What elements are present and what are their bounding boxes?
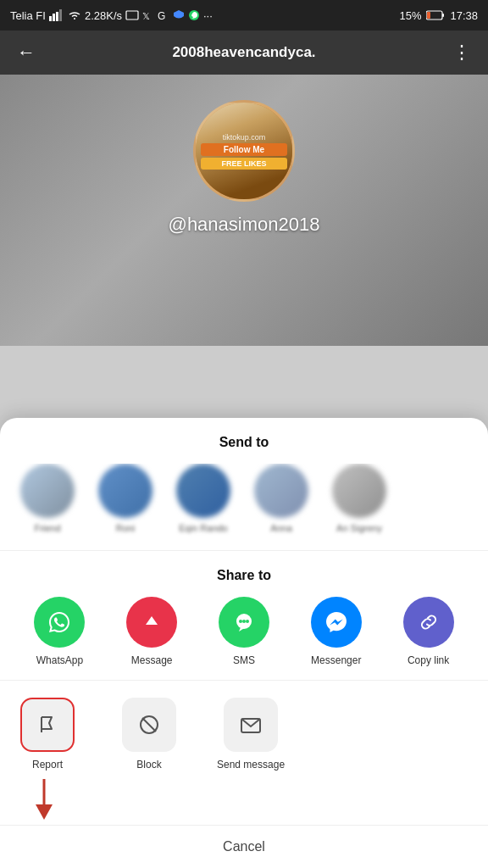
svg-rect-3 bbox=[59, 9, 62, 21]
whatsapp-label: WhatsApp bbox=[36, 654, 83, 666]
time-label: 17:38 bbox=[450, 9, 478, 22]
contact-name-1: Friend bbox=[34, 523, 60, 533]
svg-point-14 bbox=[242, 620, 246, 623]
share-item-sms[interactable]: SMS bbox=[214, 597, 274, 666]
messenger-icon bbox=[323, 609, 350, 636]
copylink-label: Copy link bbox=[408, 654, 449, 666]
message-label: Message bbox=[131, 654, 173, 666]
twitter-icon: 𝕏 bbox=[142, 10, 154, 20]
action-item-report[interactable]: Report bbox=[14, 698, 81, 771]
block-icon bbox=[136, 712, 162, 737]
speed-label: 2.28K/s bbox=[85, 9, 122, 22]
whatsapp-icon bbox=[46, 609, 73, 636]
svg-rect-10 bbox=[442, 14, 444, 17]
message-icon bbox=[139, 609, 164, 635]
status-bar: Telia FI 2.28K/s 𝕏 G ··· bbox=[0, 0, 488, 31]
app-bar-title: 2008heavencandyca. bbox=[172, 44, 315, 61]
battery-label: 15% bbox=[399, 9, 421, 22]
contact-item[interactable]: Eqin Rando bbox=[169, 464, 237, 533]
send-to-title: Send to bbox=[0, 435, 488, 450]
svg-point-15 bbox=[246, 620, 249, 623]
shield-icon bbox=[173, 9, 185, 21]
contact-name-3: Eqin Rando bbox=[179, 523, 228, 533]
screen-icon bbox=[125, 10, 139, 20]
contact-avatar-3 bbox=[176, 464, 230, 518]
send-to-section: Send to Friend Roni Eqin Rando Anna An S… bbox=[0, 435, 488, 550]
actions-row: Report Block Send message bbox=[0, 684, 488, 784]
contacts-row: Friend Roni Eqin Rando Anna An Sigreny bbox=[0, 464, 488, 550]
avatar-mid-text: Follow Me bbox=[201, 143, 288, 156]
contact-avatar-1 bbox=[20, 464, 75, 518]
avatar-bot-text: FREE LIKES bbox=[201, 158, 288, 170]
report-label: Report bbox=[32, 759, 63, 771]
block-icon-circle bbox=[122, 698, 176, 752]
mail-icon bbox=[238, 712, 263, 737]
messenger-icon-circle bbox=[311, 597, 362, 648]
username-label: @hanasimon2018 bbox=[169, 214, 320, 236]
wifi-icon bbox=[68, 10, 81, 20]
svg-line-18 bbox=[142, 718, 156, 732]
whatsapp-icon-circle bbox=[34, 597, 85, 648]
app-bar: ← 2008heavencandyca. ⋮ bbox=[0, 31, 488, 75]
divider-2 bbox=[0, 680, 488, 681]
avatar: tiktokup.com Follow Me FREE LIKES bbox=[193, 100, 295, 202]
status-right: 15% 17:38 bbox=[399, 9, 478, 22]
contact-item[interactable]: Friend bbox=[14, 464, 81, 533]
message-icon-circle bbox=[126, 597, 177, 648]
svg-rect-9 bbox=[427, 12, 430, 19]
report-icon-circle bbox=[20, 698, 75, 752]
svg-point-13 bbox=[239, 620, 242, 623]
avatar-top-text: tiktokup.com bbox=[223, 133, 266, 142]
share-item-message[interactable]: Message bbox=[122, 597, 181, 666]
sms-label: SMS bbox=[233, 654, 255, 666]
svg-marker-16 bbox=[239, 627, 246, 632]
menu-button[interactable]: ⋮ bbox=[449, 38, 474, 67]
svg-rect-2 bbox=[56, 12, 58, 21]
svg-text:𝕏: 𝕏 bbox=[142, 11, 150, 20]
messenger-label: Messenger bbox=[311, 654, 361, 666]
sms-icon bbox=[230, 609, 258, 636]
cancel-button[interactable]: Cancel bbox=[223, 839, 265, 854]
contact-avatar-2 bbox=[98, 464, 152, 518]
contact-avatar-5 bbox=[332, 464, 386, 518]
contact-avatar-4 bbox=[254, 464, 308, 518]
copylink-icon-circle bbox=[403, 597, 454, 648]
svg-rect-0 bbox=[49, 16, 52, 21]
bottom-sheet: Send to Friend Roni Eqin Rando Anna An S… bbox=[0, 418, 488, 868]
share-to-title: Share to bbox=[14, 568, 474, 583]
contact-name-5: An Sigreny bbox=[336, 523, 382, 533]
share-item-whatsapp[interactable]: WhatsApp bbox=[30, 597, 89, 666]
dots-label: ··· bbox=[203, 9, 213, 22]
sendmessage-icon-circle bbox=[224, 698, 278, 752]
contact-item[interactable]: Roni bbox=[92, 464, 159, 533]
share-row: WhatsApp Message bbox=[14, 597, 474, 666]
battery-icon bbox=[426, 10, 445, 20]
contact-name-4: Anna bbox=[270, 523, 292, 533]
signal-icon bbox=[49, 9, 64, 21]
share-to-section: Share to WhatsApp Message bbox=[0, 551, 488, 680]
action-item-block[interactable]: Block bbox=[115, 698, 183, 771]
carrier-label: Telia FI bbox=[10, 9, 46, 22]
contact-item[interactable]: An Sigreny bbox=[325, 464, 393, 533]
flag-icon bbox=[35, 712, 60, 737]
svg-rect-1 bbox=[53, 14, 55, 21]
svg-marker-21 bbox=[36, 804, 53, 820]
status-left: Telia FI 2.28K/s 𝕏 G ··· bbox=[10, 9, 213, 22]
whatsapp-status-icon bbox=[188, 9, 200, 21]
sendmessage-label: Send message bbox=[217, 759, 285, 771]
profile-section: tiktokup.com Follow Me FREE LIKES @hanas… bbox=[0, 75, 488, 346]
block-label: Block bbox=[136, 759, 161, 771]
svg-marker-11 bbox=[146, 616, 158, 625]
google-icon: G bbox=[158, 9, 169, 21]
cancel-section: Cancel bbox=[0, 825, 488, 868]
contact-name-2: Roni bbox=[116, 523, 136, 533]
sms-icon-circle bbox=[219, 597, 269, 648]
arrow-icon bbox=[27, 779, 61, 821]
action-item-sendmessage[interactable]: Send message bbox=[217, 698, 285, 771]
contact-item[interactable]: Anna bbox=[247, 464, 315, 533]
share-item-messenger[interactable]: Messenger bbox=[307, 597, 366, 666]
arrow-indicator bbox=[27, 779, 61, 821]
back-button[interactable]: ← bbox=[14, 38, 39, 67]
svg-text:G: G bbox=[158, 10, 165, 21]
share-item-copylink[interactable]: Copy link bbox=[399, 597, 458, 666]
